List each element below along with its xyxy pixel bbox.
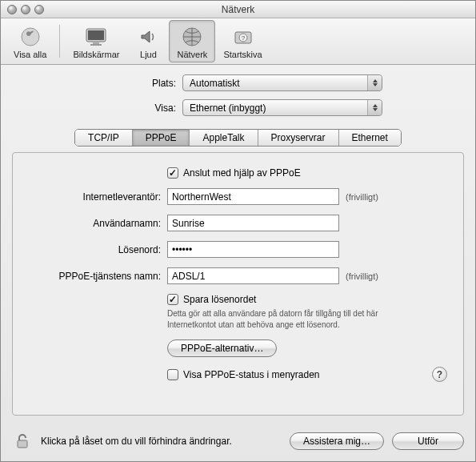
- toolbar-show-all[interactable]: Visa alla: [6, 20, 54, 62]
- location-select-value: Automatiskt: [190, 78, 240, 89]
- minimize-window-button[interactable]: [21, 5, 30, 14]
- show-row: Visa: Ethernet (inbyggt): [12, 99, 464, 116]
- toolbar-displays[interactable]: Bildskärmar: [65, 20, 127, 62]
- toolbar-item-label: Bildskärmar: [73, 50, 119, 59]
- assist-me-button[interactable]: Assistera mig…: [290, 432, 384, 450]
- show-status-menubar-checkbox[interactable]: [167, 369, 178, 380]
- toolbar-sound[interactable]: Ljud: [127, 20, 169, 62]
- svg-rect-4: [90, 44, 102, 46]
- toolbar-network[interactable]: Nätverk: [169, 20, 215, 62]
- footer: Klicka på låset om du vill förhindra änd…: [1, 424, 475, 461]
- svg-rect-2: [88, 30, 104, 40]
- username-label: Användarnamn:: [29, 218, 161, 229]
- toolbar: Visa alla Bildskärmar Ljud Nätverk ?: [1, 18, 475, 65]
- isp-label: Internetleverantör:: [29, 191, 161, 203]
- traffic-lights: [1, 5, 44, 14]
- show-label: Visa:: [12, 102, 176, 114]
- chevron-updown-icon: [367, 100, 382, 115]
- location-label: Plats:: [12, 78, 176, 89]
- lock-text: Klicka på låset om du vill förhindra änd…: [41, 436, 232, 447]
- toolbar-startup-disk[interactable]: ? Startskiva: [215, 20, 270, 62]
- close-window-button[interactable]: [7, 5, 17, 14]
- tab-tcpip[interactable]: TCP/IP: [75, 130, 133, 146]
- tab-pppoe[interactable]: PPPoE: [133, 130, 190, 146]
- disk-icon: ?: [230, 24, 256, 50]
- preferences-window: Nätverk Visa alla Bildskärmar Ljud: [0, 0, 476, 462]
- lock-icon[interactable]: [12, 431, 33, 452]
- connect-pppoe-checkbox[interactable]: [167, 167, 178, 179]
- svg-rect-9: [18, 440, 27, 448]
- titlebar: Nätverk: [1, 1, 475, 18]
- toolbar-item-label: Startskiva: [223, 50, 262, 59]
- help-button[interactable]: ?: [432, 367, 447, 382]
- isp-hint: (frivilligt): [346, 192, 378, 202]
- svg-rect-3: [93, 42, 99, 44]
- save-password-label: Spara lösenordet: [183, 294, 256, 305]
- username-input[interactable]: [167, 215, 339, 231]
- connect-pppoe-label: Anslut med hjälp av PPPoE: [183, 167, 301, 179]
- zoom-window-button[interactable]: [34, 5, 44, 14]
- pppoe-options-button[interactable]: PPPoE-alternativ…: [167, 339, 277, 357]
- svg-text:?: ?: [241, 34, 245, 42]
- show-status-menubar-label: Visa PPPoE-status i menyraden: [183, 369, 320, 380]
- toolbar-separator: [59, 25, 60, 58]
- password-label: Lösenord:: [29, 244, 161, 255]
- window-title: Nätverk: [1, 4, 475, 15]
- tab-proxies[interactable]: Proxyservrar: [258, 130, 339, 146]
- isp-input[interactable]: [167, 188, 339, 205]
- display-icon: [83, 24, 109, 50]
- tab-ethernet[interactable]: Ethernet: [339, 130, 401, 146]
- svg-point-0: [22, 28, 39, 46]
- service-name-label: PPPoE-tjänstens namn:: [29, 271, 161, 282]
- pppoe-panel: Anslut med hjälp av PPPoE Internetlevera…: [12, 152, 464, 416]
- toolbar-item-label: Visa alla: [14, 50, 46, 59]
- save-password-checkbox[interactable]: [167, 294, 178, 305]
- chevron-updown-icon: [367, 75, 382, 90]
- show-select-value: Ethernet (inbyggt): [190, 102, 266, 114]
- service-name-hint: (frivilligt): [346, 271, 378, 281]
- tab-appletalk[interactable]: AppleTalk: [190, 130, 258, 146]
- globe-icon: [179, 24, 205, 50]
- password-input[interactable]: [167, 241, 339, 258]
- location-select[interactable]: Automatiskt: [182, 74, 382, 91]
- body: Plats: Automatiskt Visa: Ethernet (inbyg…: [1, 65, 475, 424]
- toolbar-item-label: Ljud: [140, 50, 157, 59]
- save-password-note: Detta gör att alla användare på datorn f…: [167, 308, 411, 330]
- location-row: Plats: Automatiskt: [12, 74, 464, 91]
- apply-button[interactable]: Utför: [392, 432, 464, 450]
- apple-icon: [18, 24, 43, 50]
- show-select[interactable]: Ethernet (inbyggt): [182, 99, 382, 116]
- tabbar: TCP/IP PPPoE AppleTalk Proxyservrar Ethe…: [74, 129, 402, 147]
- speaker-icon: [135, 24, 161, 50]
- service-name-input[interactable]: [167, 267, 339, 284]
- toolbar-item-label: Nätverk: [177, 50, 207, 59]
